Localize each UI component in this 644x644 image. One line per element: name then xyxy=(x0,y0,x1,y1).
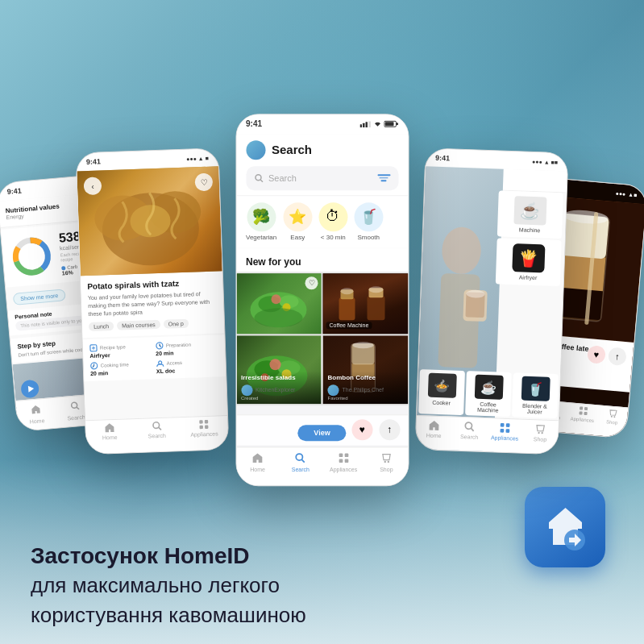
nav-appliances-l1[interactable]: Appliances xyxy=(181,418,228,438)
meta-cook-label: Cooking time xyxy=(101,362,129,368)
search-header: Search Search xyxy=(236,134,408,196)
svg-rect-21 xyxy=(205,420,208,423)
nav-search-r1[interactable]: Search xyxy=(451,420,488,440)
appliances-bottom-grid: 🍲 Cooker ☕ Coffee Machine 🥤 Blender & Ju… xyxy=(417,368,560,420)
heart-action-button[interactable]: ♥ xyxy=(351,419,372,440)
bottom-nav-right1: Home Search Appliances Shop xyxy=(416,415,559,454)
svg-point-75 xyxy=(538,431,539,433)
chip-30min[interactable]: ⏱ < 30 min xyxy=(318,202,347,241)
salad-author-avatar xyxy=(241,384,252,396)
appliances-list: ☕ Machine 🍟 Airfryer xyxy=(492,187,567,289)
app-icon[interactable] xyxy=(525,487,605,567)
nav-home-center[interactable]: Home xyxy=(236,451,279,472)
right-phone-1: 9:41 ●●● ▲ ■■ your appliance ☕ xyxy=(415,147,569,455)
nav-appliances-r2[interactable]: Appliances xyxy=(567,405,599,423)
shop-label-center: Shop xyxy=(380,467,393,472)
search-bar[interactable]: Search xyxy=(246,166,398,190)
svg-point-56 xyxy=(297,454,303,460)
svg-point-38 xyxy=(255,308,303,327)
nav-shop-r1[interactable]: Shop xyxy=(522,422,559,442)
nav-shop-center[interactable]: Shop xyxy=(365,451,408,472)
meta-type-label: Recipe type xyxy=(100,344,126,350)
bottom-text-area: Застосунок HomeID для максимально легког… xyxy=(31,542,491,629)
nav-appliances-r1[interactable]: Appliances xyxy=(487,422,523,442)
blender-img: 🥤 xyxy=(521,376,550,401)
search-screen: 9:41 Search Search 🥦 xyxy=(236,114,408,485)
user-avatar xyxy=(246,140,265,160)
home-icon xyxy=(28,401,44,418)
back-button[interactable]: ‹ xyxy=(84,177,102,195)
appliances-icon-center xyxy=(336,451,351,465)
nav-search-l1[interactable]: Search xyxy=(133,420,181,439)
heart-button-r2[interactable]: ♥ xyxy=(587,345,606,364)
search-input-placeholder[interactable]: Search xyxy=(268,173,372,183)
chip-easy[interactable]: ⭐ Easy xyxy=(283,202,312,241)
svg-rect-29 xyxy=(384,122,393,126)
search-icon xyxy=(254,173,264,183)
nav-home-r1[interactable]: Home xyxy=(416,419,452,439)
svg-rect-88 xyxy=(579,411,582,414)
svg-rect-73 xyxy=(500,428,504,432)
svg-rect-89 xyxy=(584,411,587,414)
view-button[interactable]: View xyxy=(297,425,346,441)
svg-line-19 xyxy=(158,427,160,430)
nav-shop-r2[interactable]: Shop xyxy=(597,407,629,426)
svg-rect-74 xyxy=(505,429,509,433)
recipe-detail-desc: You and your family love potatoes but ti… xyxy=(88,289,218,318)
svg-rect-24 xyxy=(359,124,362,127)
appliance-coffee-machine[interactable]: ☕ Coffee Machine xyxy=(465,371,512,417)
share-action-button[interactable]: ↑ xyxy=(379,419,400,440)
salad-status: Created xyxy=(241,396,317,401)
chip-icon-vegetarian: 🥦 xyxy=(247,202,276,231)
nutrient-carb: Carb 16% xyxy=(61,264,78,276)
coffee-author-name: The Philips Chef xyxy=(343,387,384,393)
appliances-screen: 9:41 ●●● ▲ ■■ your appliance ☕ xyxy=(416,148,568,454)
svg-point-17 xyxy=(159,361,162,364)
meta-cooking-time: Cooking time 20 min xyxy=(90,359,154,376)
search-page-title: Search xyxy=(272,143,312,156)
favorite-button[interactable]: ♡ xyxy=(195,172,214,191)
machine-name: Machine xyxy=(519,226,541,233)
nav-home[interactable]: Home xyxy=(16,400,57,425)
recipe-card-salad-bottom[interactable]: Irresistible salads KitchenExplorer Crea… xyxy=(236,335,322,404)
chip-vegetarian[interactable]: 🥦 Vegetarian xyxy=(246,202,276,241)
coffee-machine-label: Coffee Machine xyxy=(326,316,372,330)
svg-rect-72 xyxy=(506,423,510,427)
cooker-name: Cooker xyxy=(432,399,451,405)
chip-smooth[interactable]: 🥤 Smooth xyxy=(354,202,383,241)
svg-rect-59 xyxy=(344,453,348,457)
share-button-r2[interactable]: ↑ xyxy=(608,347,627,366)
nav-home-l1[interactable]: Home xyxy=(85,422,133,441)
svg-point-55 xyxy=(353,342,374,348)
nav-search-center[interactable]: Search xyxy=(279,451,322,472)
svg-rect-25 xyxy=(363,123,365,127)
svg-line-32 xyxy=(260,179,263,181)
svg-rect-26 xyxy=(365,122,368,127)
chip-label-vegetarian: Vegetarian xyxy=(246,234,276,241)
recipe-detail-info: Potato spirals with tzatz You and your f… xyxy=(81,271,225,338)
recipe-detail-screen: 9:41 ●●● ▲ ■ ‹ ♡ xyxy=(77,148,229,454)
svg-rect-61 xyxy=(344,459,348,463)
recipe-card-coffee-top[interactable]: Coffee Machine xyxy=(323,273,409,334)
nav-home-label: Home xyxy=(29,418,44,425)
recipe-card-coffee-bottom[interactable]: Bombon Coffee The Philips Chef Favorited xyxy=(323,335,409,404)
appliance-airfryer[interactable]: 🍟 Airfryer xyxy=(496,238,562,286)
svg-point-4 xyxy=(71,402,77,409)
home-icon-center xyxy=(251,451,265,465)
tagline-line3: користування кавомашиною xyxy=(31,600,491,629)
svg-point-76 xyxy=(541,431,542,433)
coffee-author-row: The Philips Chef xyxy=(328,384,404,396)
nav-appliances-center[interactable]: Appliances xyxy=(322,451,365,472)
tag-main: Main courses xyxy=(117,320,160,330)
filter-icon[interactable] xyxy=(377,172,390,185)
appliance-blender[interactable]: 🥤 Blender & Juicer xyxy=(512,372,559,418)
svg-point-62 xyxy=(384,460,385,462)
appliance-cooker[interactable]: 🍲 Cooker xyxy=(418,369,465,415)
recipe-card-salad-top[interactable]: ♡ xyxy=(236,273,322,334)
heart-salad-top[interactable]: ♡ xyxy=(305,276,318,289)
svg-point-44 xyxy=(369,286,384,293)
recipe-detail-title: Potato spirals with tzatz xyxy=(87,277,216,291)
appliance-machine[interactable]: ☕ Machine xyxy=(497,190,563,239)
signal-icons xyxy=(359,120,398,127)
show-more-button[interactable]: Show me more xyxy=(13,289,66,305)
